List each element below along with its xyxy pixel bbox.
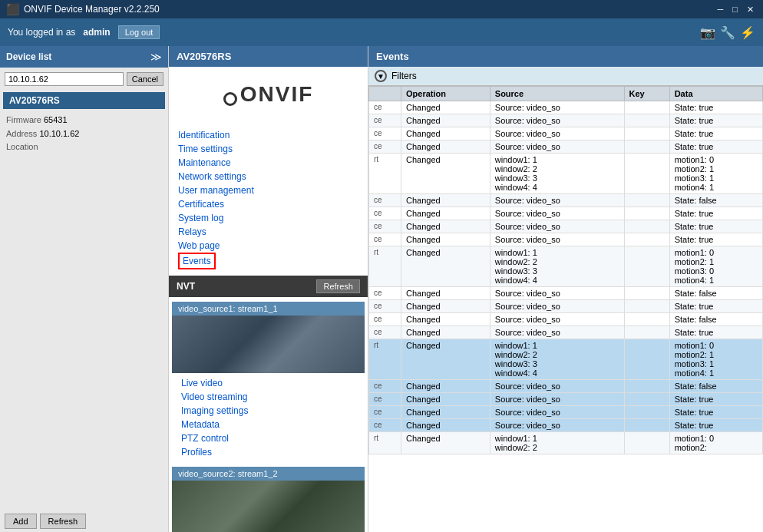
stream1-live-video[interactable]: Live video xyxy=(181,376,355,390)
table-row[interactable]: ceChangedSource: video_soState: true xyxy=(369,127,763,140)
maximize-button[interactable]: □ xyxy=(729,5,741,15)
table-row[interactable]: ceChangedSource: video_soState: false xyxy=(369,194,763,207)
window-controls: ─ □ ✕ xyxy=(715,5,757,15)
menu-user-management[interactable]: User management xyxy=(178,183,358,197)
stream1-imaging-settings[interactable]: Imaging settings xyxy=(181,404,355,418)
table-row[interactable]: ceChangedSource: video_soState: true xyxy=(369,419,763,432)
refresh-devices-button[interactable]: Refresh xyxy=(40,514,87,529)
table-row[interactable]: ceChangedSource: video_soState: true xyxy=(369,101,763,114)
data-cell: State: false xyxy=(669,380,762,393)
op-prefix-cell: ce xyxy=(369,406,401,419)
device-name: AV20576RS xyxy=(9,95,60,106)
operation-cell: Changed xyxy=(401,419,490,432)
source-cell: Source: video_so xyxy=(490,101,624,114)
stream1-profiles[interactable]: Profiles xyxy=(181,445,355,459)
table-row[interactable]: ceChangedSource: video_soState: true xyxy=(369,207,763,220)
table-row[interactable]: rtChangedwindow1: 1 window2: 2 window3: … xyxy=(369,246,763,287)
logout-button[interactable]: Log out xyxy=(118,25,160,39)
stream-header-2: video_source2: stream1_2 xyxy=(172,467,365,481)
table-row[interactable]: ceChangedSource: video_soState: true xyxy=(369,220,763,233)
table-row[interactable]: ceChangedSource: video_soState: false xyxy=(369,287,763,300)
address-label: Address xyxy=(6,129,37,138)
minimize-button[interactable]: ─ xyxy=(715,5,727,15)
stream-thumbnail-2 xyxy=(172,481,365,532)
location-label: Location xyxy=(6,142,38,151)
menu-relays[interactable]: Relays xyxy=(178,225,358,239)
onvif-logo: ONVIF xyxy=(169,67,368,122)
camera-icon[interactable]: 📷 xyxy=(700,25,715,40)
key-cell xyxy=(624,287,669,300)
source-cell: Source: video_so xyxy=(490,127,624,140)
menu-events[interactable]: Events xyxy=(178,253,216,269)
onvif-circle-icon xyxy=(223,92,237,106)
device-item[interactable]: AV20576RS xyxy=(3,92,165,109)
search-input[interactable] xyxy=(5,72,124,86)
table-row[interactable]: ceChangedSource: video_soState: true xyxy=(369,140,763,154)
filters-label: Filters xyxy=(391,71,417,81)
op-prefix-cell: ce xyxy=(369,419,401,432)
operation-cell: Changed xyxy=(401,339,490,380)
table-row[interactable]: rtChangedwindow1: 1 window2: 2 window3: … xyxy=(369,339,763,380)
key-cell xyxy=(624,326,669,339)
table-row[interactable]: ceChangedSource: video_soState: true xyxy=(369,393,763,406)
operation-cell: Changed xyxy=(401,233,490,246)
table-row[interactable]: ceChangedSource: video_soState: true xyxy=(369,406,763,419)
op-prefix-cell: rt xyxy=(369,246,401,287)
table-row[interactable]: ceChangedSource: video_soState: true xyxy=(369,326,763,339)
source-cell: Source: video_so xyxy=(490,380,624,393)
source-cell: window1: 1 window2: 2 window3: 3 window4… xyxy=(490,246,624,287)
menu-web-page[interactable]: Web page xyxy=(178,239,358,253)
stream1-video-streaming[interactable]: Video streaming xyxy=(181,390,355,404)
source-cell: window1: 1 window2: 2 window3: 3 window4… xyxy=(490,154,624,194)
data-cell: State: false xyxy=(669,194,762,207)
key-cell xyxy=(624,419,669,432)
key-cell xyxy=(624,339,669,380)
add-device-button[interactable]: Add xyxy=(5,514,37,529)
menu-certificates[interactable]: Certificates xyxy=(178,197,358,211)
key-cell xyxy=(624,313,669,326)
data-cell: State: true xyxy=(669,127,762,140)
table-row[interactable]: ceChangedSource: video_soState: true xyxy=(369,300,763,313)
stream1-ptz-control[interactable]: PTZ control xyxy=(181,431,355,445)
menu-system-log[interactable]: System log xyxy=(178,211,358,225)
table-row[interactable]: ceChangedSource: video_soState: false xyxy=(369,380,763,393)
operation-cell: Changed xyxy=(401,300,490,313)
menu-identification[interactable]: Identification xyxy=(178,128,358,142)
nvt-refresh-button[interactable]: Refresh xyxy=(316,279,360,293)
data-cell: motion1: 0 motion2: 1 motion3: 0 motion4… xyxy=(669,246,762,287)
filter-toggle[interactable]: ▼ xyxy=(375,70,387,82)
collapse-button[interactable]: ≫ xyxy=(150,51,162,63)
table-row[interactable]: ceChangedSource: video_soState: false xyxy=(369,313,763,326)
table-row[interactable]: rtChangedwindow1: 1 window2: 2 window3: … xyxy=(369,154,763,194)
main-layout: Device list ≫ Cancel AV20576RS Firmware … xyxy=(0,46,763,532)
key-cell xyxy=(624,406,669,419)
table-row[interactable]: rtChangedwindow1: 1 window2: 2motion1: 0… xyxy=(369,432,763,454)
onvif-brand: ONVIF xyxy=(240,82,314,106)
stream1-metadata[interactable]: Metadata xyxy=(181,418,355,431)
menu-time-settings[interactable]: Time settings xyxy=(178,142,358,156)
key-cell xyxy=(624,194,669,207)
operation-cell: Changed xyxy=(401,114,490,127)
close-button[interactable]: ✕ xyxy=(744,5,757,15)
table-row[interactable]: ceChangedSource: video_soState: true xyxy=(369,233,763,246)
op-prefix-cell: ce xyxy=(369,207,401,220)
operation-cell: Changed xyxy=(401,380,490,393)
cancel-button[interactable]: Cancel xyxy=(127,72,164,86)
source-cell: window1: 1 window2: 2 xyxy=(490,432,624,454)
tools-icon[interactable]: 🔧 xyxy=(720,25,735,40)
op-prefix-cell: rt xyxy=(369,339,401,380)
app-icon: ⬛ xyxy=(6,3,19,15)
menu-network-settings[interactable]: Network settings xyxy=(178,170,358,183)
menu-maintenance[interactable]: Maintenance xyxy=(178,156,358,170)
stream-name-2: video_source2: stream1_2 xyxy=(178,469,278,478)
op-prefix-cell: rt xyxy=(369,432,401,454)
operation-cell: Changed xyxy=(401,140,490,154)
source-cell: Source: video_so xyxy=(490,194,624,207)
op-prefix-cell: ce xyxy=(369,380,401,393)
operation-cell: Changed xyxy=(401,154,490,194)
power-icon[interactable]: ⚡ xyxy=(740,25,755,40)
key-cell xyxy=(624,380,669,393)
table-row[interactable]: ceChangedSource: video_soState: true xyxy=(369,114,763,127)
device-panel: Device list ≫ Cancel AV20576RS Firmware … xyxy=(0,46,169,532)
key-cell xyxy=(624,207,669,220)
